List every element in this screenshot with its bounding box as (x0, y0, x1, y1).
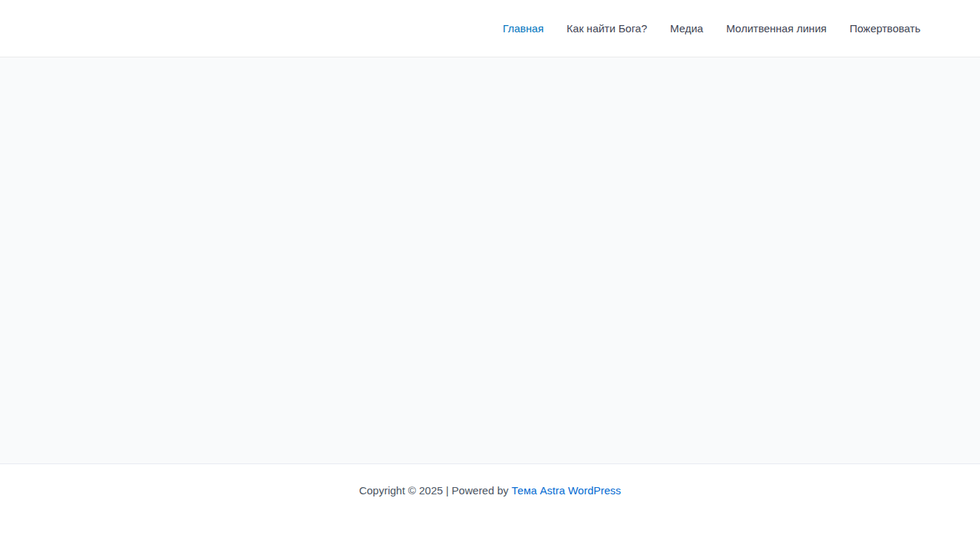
header-container: ГлавнаяКак найти Бога?МедиаМолитвенная л… (45, 0, 935, 57)
page-content (0, 57, 980, 464)
copyright-text: Copyright © 2025 | Powered by (359, 484, 508, 496)
nav-menu: ГлавнаяКак найти Бога?МедиаМолитвенная л… (491, 0, 920, 57)
nav-item-pozhertvovat: Пожертвовать (838, 0, 920, 57)
nav-item-glavnaya: Главная (491, 0, 555, 57)
theme-credit-link[interactable]: Тема Astra WordPress (512, 484, 621, 496)
nav-link-pozhertvovat[interactable]: Пожертвовать (838, 0, 920, 57)
site-header: ГлавнаяКак найти Бога?МедиаМолитвенная л… (0, 0, 980, 57)
nav-link-kak-nayti-boga[interactable]: Как найти Бога? (555, 0, 659, 57)
primary-navigation: ГлавнаяКак найти Бога?МедиаМолитвенная л… (491, 0, 920, 57)
nav-item-molitvennaya-liniya: Молитвенная линия (715, 0, 838, 57)
nav-link-molitvennaya-liniya[interactable]: Молитвенная линия (715, 0, 838, 57)
nav-link-glavnaya[interactable]: Главная (491, 0, 555, 57)
site-footer: Copyright © 2025 | Powered by Тема Astra… (0, 464, 980, 499)
nav-link-media[interactable]: Медиа (659, 0, 715, 57)
nav-item-media: Медиа (659, 0, 715, 57)
footer-credit: Copyright © 2025 | Powered by Тема Astra… (0, 482, 980, 499)
nav-item-kak-nayti-boga: Как найти Бога? (555, 0, 659, 57)
